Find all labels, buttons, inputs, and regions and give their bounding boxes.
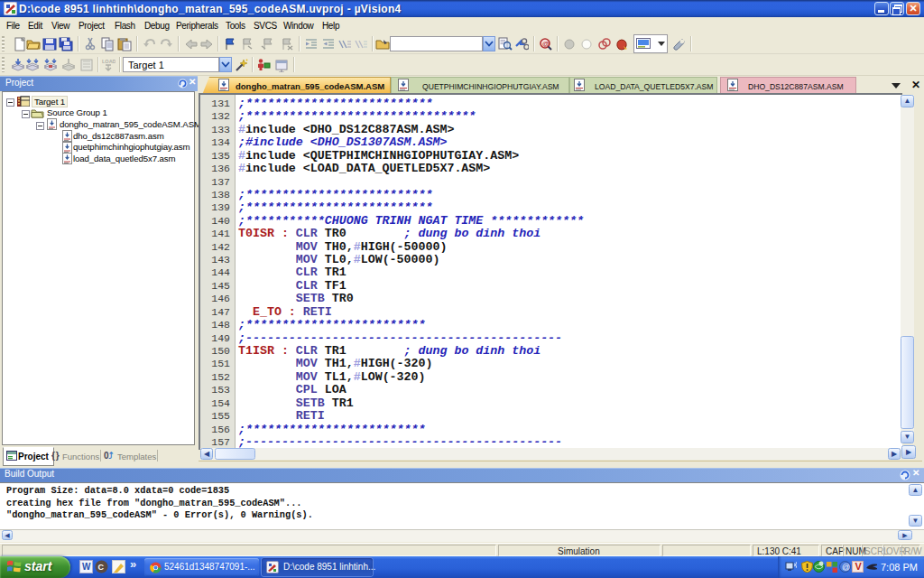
- svg-text:@: @: [842, 563, 850, 572]
- svg-text:LOAD: LOAD: [102, 59, 116, 64]
- svg-text:C: C: [98, 563, 105, 572]
